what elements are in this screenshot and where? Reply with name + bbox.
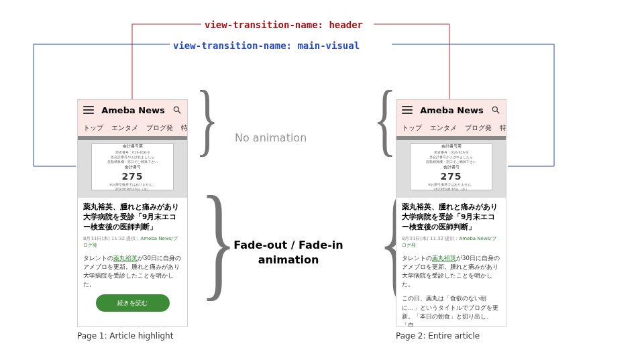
nav-tab[interactable]: ブログ発 <box>146 124 173 133</box>
page2-mobile-frame: Ameba News トップ エンタメ ブログ発 特集 会計番号票 患者番号：0… <box>396 99 506 327</box>
svg-point-10 <box>174 107 178 111</box>
nav-tab[interactable]: 特集 <box>500 124 506 133</box>
mobile-header: Ameba News トップ エンタメ ブログ発 特集 <box>78 100 187 136</box>
site-logo: Ameba News <box>101 105 164 115</box>
search-icon[interactable] <box>172 105 182 115</box>
ticket-date: 2023年8月30日（水） <box>115 187 150 191</box>
view-transition-header-label: view-transition-name: header <box>205 19 363 30</box>
provider-label: 提供： <box>445 236 459 241</box>
page1-caption: Page 1: Article highlight <box>77 331 173 341</box>
provider-label: 提供： <box>126 236 140 241</box>
svg-point-12 <box>492 107 497 111</box>
article-excerpt: タレントの薬丸裕英が30日に自身のアメブロを更新。腫れと痛みがあり大学病院を受診… <box>402 254 500 290</box>
ticket-title: 会計番号票 <box>441 143 462 149</box>
hamburger-icon[interactable] <box>83 106 94 114</box>
ticket-date: 2023年8月30日（水） <box>433 187 468 191</box>
highlighted-name[interactable]: 薬丸裕英 <box>432 255 456 261</box>
nav-tabs[interactable]: トップ エンタメ ブログ発 特集 <box>78 120 187 136</box>
read-more-button[interactable]: 続きを読む <box>96 294 170 312</box>
nav-tab[interactable]: 特集 <box>181 124 187 133</box>
ticket-line: 当会計番号がよばれましたら <box>111 155 154 159</box>
article-byline: 8月31日(木) 11:32 提供：Ameba News/ブログ発 <box>83 235 182 249</box>
page2-caption: Page 2: Entire article <box>396 331 480 341</box>
article-excerpt: タレントの薬丸裕英が30日に自身のアメブロを更新。腫れと痛みがあり大学病院を受診… <box>83 254 182 290</box>
ticket-stub: 会計番号票 患者番号：016-616-9 当会計番号がよばれましたら 自動精算機… <box>91 143 173 190</box>
article-date: 8月31日(木) 11:32 <box>83 236 125 241</box>
ticket-line: 患者番号：016-616-9 <box>115 150 150 154</box>
ticket-foot: ※お薬引換券ではありません。 <box>428 182 474 186</box>
nav-tab[interactable]: ブログ発 <box>465 124 492 133</box>
main-visual: 会計番号票 患者番号：016-616-9 当会計番号がよばれましたら 自動精算機… <box>396 136 506 198</box>
article-byline: 8月31日(木) 11:32 提供：Ameba News/ブログ発 <box>402 235 500 249</box>
main-visual: 会計番号票 患者番号：016-616-9 当会計番号がよばれましたら 自動精算機… <box>78 136 187 198</box>
fade-animation-label: Fade-out / Fade-in animation <box>221 238 356 267</box>
ticket-number-label: 会計番号 <box>443 164 460 170</box>
article-body: 薬丸裕英、腫れと痛みがあり大学病院を受診「9月末エコー検査後の医師判断」 8月3… <box>78 198 187 317</box>
svg-line-13 <box>497 111 500 114</box>
ticket-stub: 会計番号票 患者番号：016-616-9 当会計番号がよばれましたら 自動精算機… <box>410 143 492 190</box>
ticket-number: 275 <box>440 171 462 182</box>
ticket-line: 自動精算機・窓口でご精算下さい <box>107 160 158 164</box>
highlighted-name[interactable]: 薬丸裕英 <box>113 255 138 261</box>
nav-tab[interactable]: エンタメ <box>430 124 457 133</box>
article-date: 8月31日(木) 11:32 <box>402 236 443 241</box>
nav-tabs[interactable]: トップ エンタメ ブログ発 特集 <box>396 120 506 136</box>
ticket-foot: ※お薬引換券ではありません。 <box>109 182 156 186</box>
svg-line-11 <box>178 111 181 114</box>
hamburger-icon[interactable] <box>402 106 413 114</box>
brace-top-right: } <box>196 79 219 160</box>
ticket-title: 会計番号票 <box>123 143 143 149</box>
ticket-line: 当会計番号がよばれましたら <box>429 155 473 159</box>
brace-top-left: } <box>374 79 397 160</box>
nav-tab[interactable]: エンタメ <box>111 124 138 133</box>
no-animation-label: No animation <box>235 131 307 144</box>
article-headline: 薬丸裕英、腫れと痛みがあり大学病院を受診「9月末エコー検査後の医師判断」 <box>83 202 182 233</box>
article-headline: 薬丸裕英、腫れと痛みがあり大学病院を受診「9月末エコー検査後の医師判断」 <box>402 202 500 233</box>
view-transition-visual-label: view-transition-name: main-visual <box>173 40 360 51</box>
article-body: 薬丸裕英、腫れと痛みがあり大学病院を受診「9月末エコー検査後の医師判断」 8月3… <box>396 198 506 327</box>
nav-tab[interactable]: トップ <box>83 124 103 133</box>
ticket-line: 自動精算機・窓口でご精算下さい <box>426 160 476 164</box>
page1-mobile-frame: Ameba News トップ エンタメ ブログ発 特集 会計番号票 患者番号：0… <box>77 99 188 327</box>
mobile-header: Ameba News トップ エンタメ ブログ発 特集 <box>396 100 506 136</box>
article-paragraph-2: この日、薬丸は「食欲のない朝に…」というタイトルでブログを更新。「本日の朝食」と… <box>402 294 500 327</box>
site-logo: Ameba News <box>420 105 483 115</box>
ticket-number-label: 会計番号 <box>125 164 141 170</box>
ticket-line: 患者番号：016-616-9 <box>434 150 468 154</box>
nav-tab[interactable]: トップ <box>402 124 422 133</box>
ticket-number: 275 <box>121 171 143 182</box>
search-icon[interactable] <box>491 105 500 115</box>
